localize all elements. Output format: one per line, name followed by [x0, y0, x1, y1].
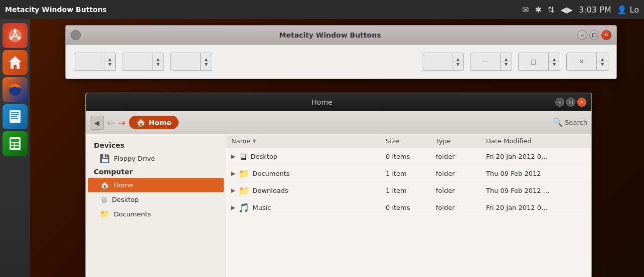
dialog-dot — [71, 30, 81, 40]
spinner-2-up[interactable]: ▲ — [152, 57, 164, 62]
svg-rect-13 — [11, 118, 18, 119]
svg-point-3 — [10, 37, 13, 40]
launcher-calc[interactable] — [3, 131, 28, 156]
spinner-6-arrows[interactable]: ▲ ▼ — [549, 57, 560, 67]
spinner-2-down[interactable]: ▼ — [152, 62, 164, 67]
dialog-close-button[interactable]: ✕ — [601, 30, 611, 40]
dialog-titlebar: Metacity Window Buttons – □ ✕ — [66, 26, 616, 45]
spinner-7-down[interactable]: ▼ — [597, 62, 608, 67]
sidebar-item-floppy-label: Floppy Drive — [114, 155, 155, 162]
spinner-3-value — [171, 53, 201, 70]
table-row[interactable]: ▶ 📁 Downloads 1 item folder Thu 09 Feb 2… — [226, 182, 591, 199]
col-size-header[interactable]: Size — [386, 137, 436, 145]
file-type-cell: folder — [436, 187, 486, 194]
launcher-home[interactable] — [3, 50, 28, 75]
dialog-maximize-button[interactable]: □ — [589, 30, 599, 40]
spinner-4-arrows[interactable]: ▲ ▼ — [452, 57, 463, 67]
file-date-cell: Thu 09 Feb 2012 — [486, 170, 586, 177]
expand-arrow-icon[interactable]: ▶ — [231, 187, 235, 194]
launcher-firefox[interactable] — [3, 77, 28, 102]
fm-location-pill[interactable]: 🏠 Home — [129, 116, 179, 129]
spinner-3[interactable]: ▲ ▼ — [170, 53, 212, 71]
clock: 3:03 PM — [579, 5, 611, 15]
spinner-6-down[interactable]: ▼ — [549, 62, 560, 67]
spinner-5-up[interactable]: ▲ — [501, 57, 512, 62]
bluetooth-icon[interactable]: ✱ — [535, 5, 542, 15]
expand-arrow-icon[interactable]: ▶ — [231, 170, 235, 177]
spinner-2-value — [122, 53, 152, 70]
spinner-6-up[interactable]: ▲ — [549, 57, 560, 62]
fm-search-icon[interactable]: 🔍 — [553, 118, 563, 127]
launcher — [0, 19, 30, 277]
spinner-5-down[interactable]: ▼ — [501, 62, 512, 67]
spinner-5-arrows[interactable]: ▲ ▼ — [501, 57, 512, 67]
col-type-header[interactable]: Type — [436, 137, 486, 145]
sidebar-item-floppy[interactable]: 💾 Floppy Drive — [86, 151, 226, 166]
spinner-1-up[interactable]: ▲ — [104, 57, 115, 62]
spinner-3-up[interactable]: ▲ — [201, 57, 212, 62]
fm-close-button[interactable]: ✕ — [577, 98, 586, 107]
spinner-1-arrows[interactable]: ▲ ▼ — [104, 57, 115, 67]
spinner-2-arrows[interactable]: ▲ ▼ — [152, 57, 164, 67]
spinner-4-up[interactable]: ▲ — [452, 57, 463, 62]
file-name-label: Music — [252, 204, 271, 211]
floppy-icon: 💾 — [100, 154, 110, 163]
spinner-4-down[interactable]: ▼ — [452, 62, 463, 67]
table-row[interactable]: ▶ 📁 Documents 1 item folder Thu 09 Feb 2… — [226, 165, 591, 182]
file-size-cell: 0 items — [386, 153, 436, 160]
spinner-7[interactable]: ✕ ▲ ▼ — [566, 53, 608, 71]
documents-file-icon: 📁 — [238, 168, 249, 179]
spinner-7-up[interactable]: ▲ — [597, 57, 608, 62]
spinner-5[interactable]: — ▲ ▼ — [470, 53, 512, 71]
spinner-1-down[interactable]: ▼ — [104, 62, 115, 67]
sidebar-item-desktop[interactable]: 🖥 Desktop — [86, 192, 226, 207]
file-type-cell: folder — [436, 170, 486, 177]
spinner-3-arrows[interactable]: ▲ ▼ — [201, 57, 212, 67]
launcher-writer[interactable] — [3, 104, 28, 129]
svg-rect-11 — [11, 114, 19, 115]
fm-forward-arrow[interactable]: → — [117, 117, 126, 129]
svg-rect-15 — [11, 139, 19, 142]
metacity-dialog: Metacity Window Buttons – □ ✕ ▲ ▼ ▲ ▼ ▲ … — [65, 25, 617, 79]
spinner-2[interactable]: ▲ ▼ — [122, 53, 164, 71]
launcher-ubuntu[interactable] — [3, 23, 28, 48]
sidebar-item-documents[interactable]: 📁 Documents — [86, 207, 226, 221]
fm-toolbar: ◀ ← → 🏠 Home 🔍 Search — [86, 111, 591, 134]
network-icon[interactable]: ⇅ — [548, 5, 554, 15]
col-name-header[interactable]: Name ▼ — [231, 137, 386, 145]
file-date-cell: Fri 20 Jan 2012 0… — [486, 153, 586, 160]
spinner-4-value — [422, 53, 452, 70]
table-row[interactable]: ▶ 🎵 Music 0 items folder Fri 20 Jan 2012… — [226, 199, 591, 216]
dialog-minimize-button[interactable]: – — [577, 30, 587, 40]
fm-maximize-button[interactable]: □ — [566, 98, 575, 107]
spinner-7-arrows[interactable]: ▲ ▼ — [597, 57, 608, 67]
user-icon[interactable]: 👤 Lo — [617, 5, 639, 15]
desktop-folder-icon: 🖥 — [100, 195, 108, 204]
fm-navigation: ← → — [107, 117, 126, 129]
expand-arrow-icon[interactable]: ▶ — [231, 204, 235, 211]
spinner-4[interactable]: ▲ ▼ — [422, 53, 464, 71]
fm-titlebar: Home – □ ✕ — [86, 93, 591, 111]
col-date-header[interactable]: Date Modified — [486, 137, 586, 145]
sidebar-item-desktop-label: Desktop — [112, 196, 139, 203]
sidebar-item-home[interactable]: 🏠 Home — [88, 178, 224, 192]
fm-back-arrow[interactable]: ← — [107, 117, 115, 129]
fm-search-area: 🔍 Search — [553, 118, 587, 127]
spinner-3-down[interactable]: ▼ — [201, 62, 212, 67]
file-name-label: Downloads — [252, 187, 288, 194]
expand-arrow-icon[interactable]: ▶ — [231, 153, 235, 160]
dialog-title: Metacity Window Buttons — [85, 31, 575, 39]
spinner-1[interactable]: ▲ ▼ — [74, 53, 116, 71]
fm-minimize-button[interactable]: – — [555, 98, 564, 107]
fm-search-label[interactable]: Search — [565, 119, 587, 126]
table-row[interactable]: ▶ 🖥 Desktop 0 items folder Fri 20 Jan 20… — [226, 148, 591, 165]
top-panel: Metacity Window Buttons ✉ ✱ ⇅ ◀▶ 3:03 PM… — [0, 0, 644, 19]
volume-icon[interactable]: ◀▶ — [560, 5, 573, 15]
mail-icon[interactable]: ✉ — [522, 5, 529, 15]
sidebar-section-devices: Devices — [86, 139, 226, 151]
file-type-cell: folder — [436, 204, 486, 211]
fm-back-nav[interactable]: ◀ — [90, 116, 104, 130]
spinner-6[interactable]: □ ▲ ▼ — [518, 53, 560, 71]
fm-filelist: Name ▼ Size Type Date Modified ▶ 🖥 — [226, 134, 591, 277]
dialog-content: ▲ ▼ ▲ ▼ ▲ ▼ ▲ ▼ — [66, 45, 616, 79]
